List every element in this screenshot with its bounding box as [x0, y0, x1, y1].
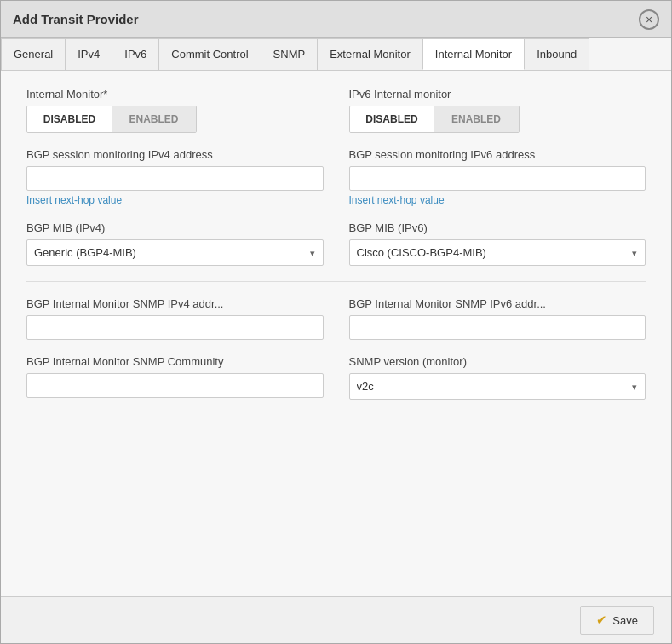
internal-monitor-col: Internal Monitor* DISABLED ENABLED	[26, 88, 324, 133]
bgp-snmp-ipv6-input[interactable]	[349, 315, 646, 340]
tab-internal-monitor[interactable]: Internal Monitor	[422, 38, 525, 70]
internal-monitor-row: Internal Monitor* DISABLED ENABLED IPv6 …	[26, 88, 646, 133]
bgp-mib-ipv6-col: BGP MIB (IPv6) Generic (BGP4-MIB) Cisco …	[349, 221, 646, 266]
section-divider	[26, 281, 646, 282]
snmp-version-col: SNMP version (monitor) v1 v2c v3 ▾	[349, 355, 646, 400]
bgp-mib-ipv4-col: BGP MIB (IPv4) Generic (BGP4-MIB) Cisco …	[26, 221, 324, 266]
internal-monitor-label: Internal Monitor*	[26, 88, 324, 101]
bgp-ipv4-address-input[interactable]	[26, 166, 324, 191]
save-button[interactable]: ✔ Save	[580, 606, 654, 635]
ipv6-internal-monitor-col: IPv6 Internal monitor DISABLED ENABLED	[349, 88, 646, 133]
bgp-address-row: BGP session monitoring IPv4 address Inse…	[26, 148, 646, 206]
modal-footer: ✔ Save	[1, 596, 671, 643]
bgp-mib-ipv4-label: BGP MIB (IPv4)	[26, 221, 324, 234]
bgp-snmp-ipv6-col: BGP Internal Monitor SNMP IPv6 addr...	[349, 297, 646, 340]
ipv6-internal-monitor-toggle: DISABLED ENABLED	[349, 106, 520, 133]
bgp-mib-ipv4-select-wrapper: Generic (BGP4-MIB) Cisco (CISCO-BGP4-MIB…	[26, 239, 324, 266]
bgp-snmp-community-input[interactable]	[26, 373, 324, 398]
bgp-mib-ipv6-label: BGP MIB (IPv6)	[349, 221, 646, 234]
bgp-snmp-community-col: BGP Internal Monitor SNMP Community	[26, 355, 324, 400]
bgp-snmp-community-label: BGP Internal Monitor SNMP Community	[26, 355, 324, 368]
tab-ipv4[interactable]: IPv4	[65, 38, 112, 70]
tab-inbound[interactable]: Inbound	[524, 38, 589, 70]
bgp-mib-ipv4-select[interactable]: Generic (BGP4-MIB) Cisco (CISCO-BGP4-MIB…	[26, 239, 324, 266]
internal-monitor-disabled-btn[interactable]: DISABLED	[27, 106, 112, 132]
bgp-mib-ipv6-select-wrapper: Generic (BGP4-MIB) Cisco (CISCO-BGP4-MIB…	[349, 239, 646, 266]
tab-external-monitor[interactable]: External Monitor	[317, 38, 423, 70]
tab-commit-control[interactable]: Commit Control	[158, 38, 261, 70]
bgp-mib-row: BGP MIB (IPv4) Generic (BGP4-MIB) Cisco …	[26, 221, 646, 266]
modal-header: Add Transit Provider ×	[1, 1, 671, 38]
tab-bar: General IPv4 IPv6 Commit Control SNMP Ex…	[1, 38, 671, 71]
modal-body: Internal Monitor* DISABLED ENABLED IPv6 …	[1, 71, 671, 596]
snmp-version-label: SNMP version (monitor)	[349, 355, 646, 368]
snmp-version-select[interactable]: v1 v2c v3	[349, 373, 646, 400]
bgp-snmp-ipv4-input[interactable]	[26, 315, 324, 340]
tab-snmp[interactable]: SNMP	[261, 38, 319, 70]
internal-monitor-enabled-btn[interactable]: ENABLED	[112, 106, 196, 132]
insert-next-hop-ipv4-link[interactable]: Insert next-hop value	[26, 194, 122, 206]
bgp-mib-ipv6-select[interactable]: Generic (BGP4-MIB) Cisco (CISCO-BGP4-MIB…	[349, 239, 646, 266]
bgp-snmp-community-row: BGP Internal Monitor SNMP Community SNMP…	[26, 355, 646, 400]
bgp-snmp-ipv6-label: BGP Internal Monitor SNMP IPv6 addr...	[349, 297, 646, 310]
close-button[interactable]: ×	[639, 9, 659, 30]
ipv6-internal-monitor-disabled-btn[interactable]: DISABLED	[350, 106, 434, 132]
bgp-ipv6-address-label: BGP session monitoring IPv6 address	[349, 148, 646, 161]
tab-general[interactable]: General	[1, 38, 66, 70]
bgp-ipv6-address-col: BGP session monitoring IPv6 address Inse…	[349, 148, 646, 206]
internal-monitor-toggle: DISABLED ENABLED	[26, 106, 197, 133]
bgp-ipv6-address-input[interactable]	[349, 166, 646, 191]
save-icon: ✔	[596, 612, 607, 628]
bgp-snmp-ipv4-label: BGP Internal Monitor SNMP IPv4 addr...	[26, 297, 324, 310]
tab-ipv6[interactable]: IPv6	[112, 38, 159, 70]
bgp-snmp-address-row: BGP Internal Monitor SNMP IPv4 addr... B…	[26, 297, 646, 340]
ipv6-internal-monitor-enabled-btn[interactable]: ENABLED	[434, 106, 519, 132]
bgp-snmp-ipv4-col: BGP Internal Monitor SNMP IPv4 addr...	[26, 297, 324, 340]
modal-container: Add Transit Provider × General IPv4 IPv6…	[0, 0, 672, 644]
bgp-ipv4-address-col: BGP session monitoring IPv4 address Inse…	[26, 148, 324, 206]
bgp-ipv4-address-label: BGP session monitoring IPv4 address	[26, 148, 324, 161]
ipv6-internal-monitor-label: IPv6 Internal monitor	[349, 88, 646, 101]
insert-next-hop-ipv6-link[interactable]: Insert next-hop value	[349, 194, 445, 206]
snmp-version-select-wrapper: v1 v2c v3 ▾	[349, 373, 646, 400]
modal-title: Add Transit Provider	[13, 12, 139, 26]
save-label: Save	[612, 614, 638, 627]
